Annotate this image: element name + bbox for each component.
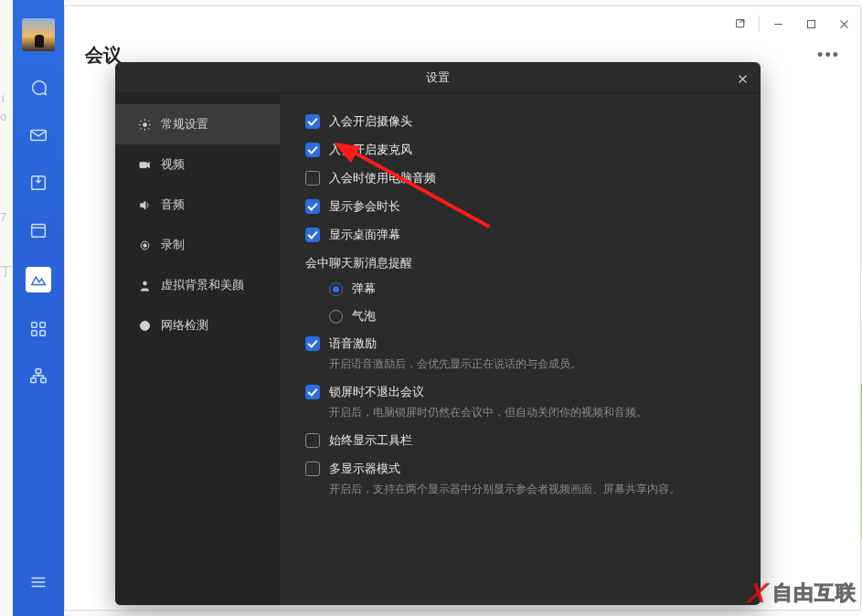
close-button[interactable]	[827, 6, 860, 41]
watermark-text: 自由互联	[772, 579, 857, 607]
window-titlebar	[65, 6, 860, 41]
maximize-button[interactable]	[794, 6, 827, 41]
option-desc: 开启语音激励后，会优先显示正在说话的与会成员。	[329, 356, 581, 372]
opt-voice-activation[interactable]: 语音激励 开启语音激励后，会优先显示正在说话的与会成员。	[305, 335, 735, 372]
option-label: 显示参会时长	[329, 198, 400, 215]
opt-always-toolbar[interactable]: 始终显示工具栏	[305, 432, 735, 449]
svg-rect-9	[41, 378, 47, 383]
radio-bubble[interactable]: 气泡	[329, 308, 735, 324]
option-label: 入会开启麦克风	[329, 142, 412, 158]
svg-rect-3	[32, 323, 37, 328]
radio-label: 气泡	[352, 308, 376, 324]
chat-icon[interactable]	[27, 77, 49, 99]
svg-point-16	[143, 281, 146, 285]
settings-dialog: 设置 常规设置 视频 音频 录制 虚拟背景和美颜	[115, 62, 761, 605]
opt-show-duration[interactable]: 显示参会时长	[305, 198, 735, 215]
option-desc: 开启后，电脑锁屏时仍然在会议中，但自动关闭你的视频和音频。	[329, 405, 647, 420]
svg-rect-0	[31, 131, 47, 141]
avatar[interactable]	[22, 18, 55, 51]
bg-fragment: o	[0, 110, 6, 123]
hamburger-icon[interactable]	[28, 572, 48, 596]
rail-icons	[26, 77, 51, 558]
checkbox[interactable]	[305, 171, 320, 186]
nav-label: 网络检测	[161, 317, 208, 334]
option-label: 语音激励	[329, 336, 377, 350]
option-label: 入会开启摄像头	[329, 113, 412, 130]
settings-panel-general: 入会开启摄像头 入会开启麦克风 入会时使用电脑音频 显示参会时长 显示桌面弹幕 …	[280, 93, 761, 605]
nav-label: 常规设置	[161, 116, 208, 133]
bg-fragment: 7	[0, 210, 6, 224]
opt-stay-on-lock[interactable]: 锁屏时不退出会议 开启后，电脑锁屏时仍然在会议中，但自动关闭你的视频和音频。	[305, 384, 735, 420]
settings-nav: 常规设置 视频 音频 录制 虚拟背景和美颜 网络检测	[115, 93, 280, 605]
svg-rect-6	[40, 331, 46, 336]
dialog-close-button[interactable]	[731, 68, 753, 90]
more-icon[interactable]: •••	[817, 46, 840, 65]
nav-record[interactable]: 录制	[115, 225, 280, 265]
minimize-button[interactable]	[761, 6, 794, 41]
opt-use-pc-audio[interactable]: 入会时使用电脑音频	[305, 170, 735, 186]
checkbox[interactable]	[305, 143, 320, 157]
option-label: 入会时使用电脑音频	[329, 170, 436, 186]
svg-rect-7	[36, 369, 41, 374]
radio-label: 弹幕	[352, 281, 376, 297]
radio[interactable]	[329, 310, 343, 324]
radio[interactable]	[329, 282, 343, 296]
checkbox[interactable]	[305, 228, 320, 242]
nav-label: 虚拟背景和美颜	[161, 277, 244, 293]
checkbox[interactable]	[305, 433, 320, 448]
opt-camera-on-join[interactable]: 入会开启摄像头	[305, 113, 735, 130]
titlebar-separator	[759, 16, 760, 32]
person-icon	[137, 278, 152, 292]
org-icon[interactable]	[27, 366, 49, 388]
inbox-icon[interactable]	[27, 172, 49, 194]
svg-rect-11	[807, 20, 814, 27]
nav-network[interactable]: 网络检测	[115, 305, 280, 345]
option-label: 锁屏时不退出会议	[329, 385, 424, 398]
bg-fragment: i	[2, 91, 5, 105]
nav-audio[interactable]: 音频	[115, 185, 280, 225]
svg-rect-5	[32, 331, 37, 336]
dialog-header: 设置	[115, 62, 761, 93]
speaker-icon	[137, 197, 152, 212]
video-icon	[137, 157, 152, 172]
chat-notify-title: 会中聊天新消息提醒	[305, 255, 735, 271]
opt-mic-on-join[interactable]: 入会开启麦克风	[305, 142, 735, 158]
watermark: X 自由互联	[749, 578, 857, 609]
option-label: 多显示器模式	[329, 462, 400, 475]
meeting-icon[interactable]	[26, 267, 51, 292]
calendar-icon[interactable]	[27, 219, 49, 241]
svg-point-12	[143, 122, 146, 126]
dialog-title: 设置	[426, 69, 450, 86]
option-label: 显示桌面弹幕	[329, 227, 400, 243]
checkbox[interactable]	[305, 462, 320, 476]
nav-label: 视频	[161, 156, 185, 173]
checkbox[interactable]	[305, 385, 320, 399]
opt-show-desktop-danmu[interactable]: 显示桌面弹幕	[305, 227, 735, 243]
opt-multi-monitor[interactable]: 多显示器模式 开启后，支持在两个显示器中分别显示参会者视频画面、屏幕共享内容。	[305, 461, 735, 497]
radio-danmu[interactable]: 弹幕	[329, 281, 735, 297]
app-rail	[13, 0, 64, 616]
svg-rect-4	[40, 323, 46, 328]
option-label: 始终显示工具栏	[329, 432, 412, 449]
nav-label: 录制	[161, 237, 185, 253]
nav-virtual-bg[interactable]: 虚拟背景和美颜	[115, 265, 280, 305]
checkbox[interactable]	[305, 114, 320, 129]
globe-icon	[137, 318, 152, 333]
mail-icon[interactable]	[27, 124, 49, 146]
nav-label: 音频	[161, 196, 185, 213]
nav-video[interactable]: 视频	[115, 144, 280, 185]
checkbox[interactable]	[305, 199, 320, 214]
svg-rect-13	[139, 162, 146, 167]
apps-icon[interactable]	[27, 318, 49, 340]
gear-icon	[137, 117, 152, 132]
watermark-x-icon: X	[746, 578, 770, 609]
record-icon	[137, 238, 152, 252]
popout-icon[interactable]	[724, 6, 757, 41]
svg-rect-8	[31, 378, 37, 383]
option-desc: 开启后，支持在两个显示器中分别显示参会者视频画面、屏幕共享内容。	[329, 482, 680, 497]
checkbox[interactable]	[305, 336, 320, 351]
nav-general[interactable]: 常规设置	[115, 104, 280, 144]
svg-point-15	[143, 243, 146, 247]
